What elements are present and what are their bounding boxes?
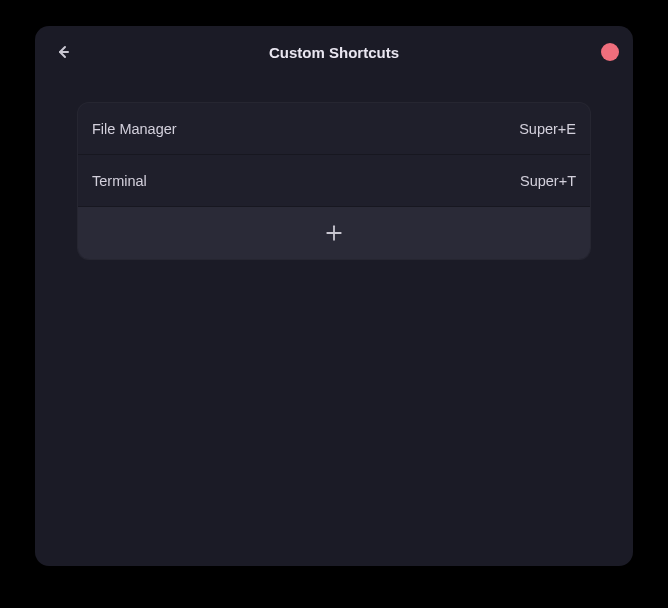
page-title: Custom Shortcuts xyxy=(101,44,567,61)
settings-window: Custom Shortcuts File Manager Super+E Te… xyxy=(35,26,633,566)
arrow-left-icon xyxy=(55,44,71,60)
add-shortcut-button[interactable] xyxy=(78,207,590,259)
content-area: File Manager Super+E Terminal Super+T xyxy=(35,78,633,284)
shortcut-row[interactable]: Terminal Super+T xyxy=(78,155,590,207)
shortcut-binding: Super+E xyxy=(519,121,576,137)
plus-icon xyxy=(325,224,343,242)
shortcut-row[interactable]: File Manager Super+E xyxy=(78,103,590,155)
close-button[interactable] xyxy=(601,43,619,61)
shortcut-label: Terminal xyxy=(92,173,147,189)
shortcut-binding: Super+T xyxy=(520,173,576,189)
back-button[interactable] xyxy=(49,38,77,66)
headerbar: Custom Shortcuts xyxy=(35,26,633,78)
shortcut-label: File Manager xyxy=(92,121,177,137)
shortcuts-list: File Manager Super+E Terminal Super+T xyxy=(77,102,591,260)
